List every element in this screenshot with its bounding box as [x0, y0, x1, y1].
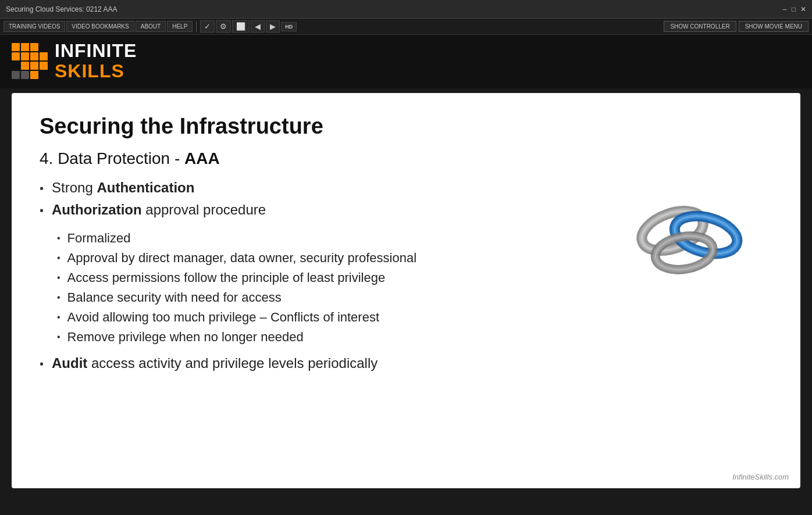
- sub-item-balance: Balance security with need for access: [67, 290, 282, 305]
- sub-bullet-balance: • Balance security with need for access: [57, 290, 416, 305]
- bullet-auth-text: Strong Authentication: [52, 180, 194, 196]
- menu-training-videos[interactable]: TRAINING VIDEOS: [3, 21, 65, 32]
- auth-bold: Authentication: [97, 180, 194, 195]
- logo-grid-cell: [40, 43, 48, 51]
- sub-dot-2: •: [57, 253, 60, 263]
- slide-title: Securing the Infrastructure: [40, 114, 772, 139]
- bullet-audit: • Audit access activity and privilege le…: [40, 355, 772, 371]
- watermark: InfiniteSkills.com: [732, 473, 789, 481]
- sub-dot-3: •: [57, 273, 60, 283]
- bullet-dot-3: •: [40, 357, 44, 371]
- title-bar: Securing Cloud Services: 0212 AAA – □ ✕: [0, 0, 812, 19]
- menu-video-bookmarks[interactable]: VIDEO BOOKMARKS: [66, 21, 134, 32]
- logo-grid-cell: [21, 52, 29, 60]
- logo-grid-cell: [12, 71, 20, 79]
- prev-button[interactable]: ◀: [251, 20, 265, 33]
- window-title: Securing Cloud Services: 0212 AAA: [6, 5, 117, 13]
- sub-bullet-formalized: • Formalized: [57, 231, 416, 246]
- logo-infinite: INFINITE: [55, 41, 137, 61]
- logo-text: INFINITE SKILLS: [55, 41, 137, 81]
- menu-help[interactable]: HELP: [167, 21, 193, 32]
- sub-bullet-approval: • Approval by direct manager, data owner…: [57, 251, 416, 266]
- sub-bullet-access-permissions: • Access permissions follow the principl…: [57, 270, 416, 285]
- next-button[interactable]: ▶: [266, 20, 280, 33]
- separator: [196, 22, 197, 32]
- hd-button[interactable]: HD: [281, 22, 297, 31]
- close-button[interactable]: ✕: [800, 5, 806, 13]
- logo-grid-cell: [12, 43, 20, 51]
- sub-dot-5: •: [57, 312, 60, 323]
- menu-right: SHOW CONTROLLER SHOW MOVIE MENU: [664, 21, 809, 32]
- logo-grid-cell: [21, 62, 29, 70]
- slide-subtitle: 4. Data Protection - AAA: [40, 149, 772, 168]
- minimize-button[interactable]: –: [783, 5, 787, 13]
- logo-skills: SKILLS: [55, 61, 137, 81]
- logo-area: INFINITE SKILLS: [0, 35, 812, 88]
- show-controller-button[interactable]: SHOW CONTROLLER: [664, 21, 736, 32]
- logo-grid-cell: [40, 71, 48, 79]
- logo-grid-cell: [21, 43, 29, 51]
- bullet-authz-text: Authorization approval procedure: [52, 202, 266, 218]
- logo-grid: [12, 43, 48, 79]
- sub-dot-4: •: [57, 292, 60, 303]
- sub-item-avoid: Avoid allowing too much privilege – Conf…: [67, 310, 379, 325]
- sub-item-remove: Remove privilege when no longer needed: [67, 330, 304, 345]
- logo-grid-cell: [40, 62, 48, 70]
- logo-grid-cell: [30, 43, 38, 51]
- subtitle-prefix: 4. Data Protection -: [40, 149, 184, 167]
- gear-button[interactable]: ⚙: [216, 20, 231, 33]
- sub-dot-1: •: [57, 233, 60, 244]
- chain-image: [614, 186, 765, 302]
- sub-bullet-list: • Formalized • Approval by direct manage…: [40, 231, 416, 349]
- logo-grid-cell: [40, 52, 48, 60]
- expand-button[interactable]: ⬜: [232, 20, 250, 33]
- logo-grid-cell: [30, 62, 38, 70]
- slide-content: Securing the Infrastructure 4. Data Prot…: [12, 93, 800, 488]
- logo-grid-cell: [30, 52, 38, 60]
- menu-left: TRAINING VIDEOS VIDEO BOOKMARKS ABOUT HE…: [3, 20, 664, 33]
- sub-bullet-remove: • Remove privilege when no longer needed: [57, 330, 416, 345]
- maximize-button[interactable]: □: [792, 5, 796, 13]
- menu-about[interactable]: ABOUT: [136, 21, 166, 32]
- authz-bold: Authorization: [52, 202, 142, 217]
- subtitle-bold: AAA: [184, 149, 220, 167]
- sub-item-least-privilege: Access permissions follow the principle …: [67, 270, 386, 285]
- sub-item-formalized: Formalized: [67, 231, 131, 246]
- logo-grid-cell: [30, 71, 38, 79]
- logo-grid-cell: [12, 62, 20, 70]
- bullet-audit-text: Audit access activity and privilege leve…: [52, 355, 377, 371]
- show-movie-menu-button[interactable]: SHOW MOVIE MENU: [739, 21, 809, 32]
- checkmark-button[interactable]: ✓: [200, 20, 215, 33]
- sub-bullet-avoid: • Avoid allowing too much privilege – Co…: [57, 310, 416, 325]
- bullet-dot-1: •: [40, 182, 44, 195]
- menu-bar: TRAINING VIDEOS VIDEO BOOKMARKS ABOUT HE…: [0, 19, 812, 35]
- sub-dot-6: •: [57, 332, 60, 342]
- audit-bold: Audit: [52, 355, 87, 371]
- logo-grid-cell: [21, 71, 29, 79]
- window-controls[interactable]: – □ ✕: [783, 5, 806, 13]
- logo-grid-cell: [12, 52, 20, 60]
- sub-item-approval: Approval by direct manager, data owner, …: [67, 251, 416, 266]
- bullet-dot-2: •: [40, 204, 44, 217]
